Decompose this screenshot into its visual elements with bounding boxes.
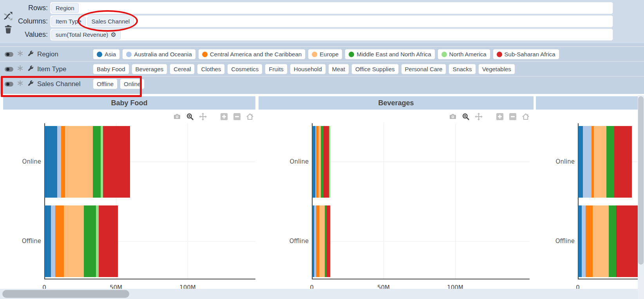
gear-icon[interactable]: ⚙ <box>110 32 116 38</box>
filter-chip[interactable]: Europe <box>308 49 342 59</box>
bar-segment-central-america-and-the-caribbean[interactable] <box>55 205 64 277</box>
zoom-icon[interactable] <box>186 113 194 121</box>
filter-chip-label: Vegetables <box>482 66 511 72</box>
filter-chip-label: Beverages <box>136 66 164 72</box>
filter-chip-label: Household <box>294 66 322 72</box>
filter-chip[interactable]: Online <box>120 79 145 89</box>
bar-segment-australia-and-oceania[interactable] <box>582 205 586 277</box>
columns-dropzone[interactable]: Item TypeSales Channel <box>50 15 613 27</box>
category-label: Online <box>535 158 575 165</box>
filter-chip[interactable]: Central America and the Caribbean <box>198 49 306 59</box>
bar-segment-sub-saharan-africa[interactable] <box>616 205 640 277</box>
filter-chip-label: Online <box>124 81 141 87</box>
bar-segment-sub-saharan-africa[interactable] <box>103 126 130 198</box>
zoom-icon[interactable] <box>462 113 470 121</box>
chart-column-header: Baby Food <box>3 96 255 110</box>
horizontal-scrollbar-thumb[interactable] <box>2 290 129 298</box>
asterisk-icon[interactable] <box>17 50 24 58</box>
filter-name: Item Type <box>37 65 66 73</box>
bar-segment-central-america-and-the-caribbean[interactable] <box>316 205 319 277</box>
bar-segment-middle-east-and-north-africa[interactable] <box>84 205 96 277</box>
filter-chip[interactable]: Clothes <box>197 64 225 74</box>
filter-chip[interactable]: Offline <box>93 79 118 89</box>
toggle-icon[interactable] <box>5 52 13 57</box>
filter-chip[interactable]: Meat <box>328 64 349 74</box>
gridline <box>188 123 188 279</box>
vertical-scrollbar-thumb[interactable] <box>638 96 644 265</box>
bar-segment-middle-east-and-north-africa[interactable] <box>609 205 616 277</box>
pivot-field-chip[interactable]: Region <box>51 3 79 13</box>
bar-segment-middle-east-and-north-africa[interactable] <box>93 126 101 198</box>
pivot-field-chip[interactable]: sum(Total Revenue)⚙ <box>51 30 121 40</box>
bar-segment-central-america-and-the-caribbean[interactable] <box>586 205 593 277</box>
pivot-field-chip[interactable]: Item Type <box>51 16 86 26</box>
rows-dropzone[interactable]: Region <box>50 2 613 14</box>
bar-segment-asia[interactable] <box>312 126 315 198</box>
bar-segment-europe[interactable] <box>64 205 84 277</box>
bar-segment-europe[interactable] <box>319 205 325 277</box>
bar-segment-asia[interactable] <box>45 126 57 198</box>
bar-segment-central-america-and-the-caribbean[interactable] <box>61 126 65 198</box>
filter-chip[interactable]: Household <box>290 64 326 74</box>
bar-segment-australia-and-oceania[interactable] <box>583 126 592 198</box>
toggle-icon[interactable] <box>5 67 13 72</box>
filter-chip[interactable]: Baby Food <box>93 64 129 74</box>
values-dropzone[interactable]: sum(Total Revenue)⚙ <box>50 29 613 41</box>
camera-icon[interactable] <box>173 113 181 121</box>
bar-segment-sub-saharan-africa[interactable] <box>99 205 118 277</box>
filter-chip[interactable]: Office Supplies <box>351 64 399 74</box>
home-icon[interactable] <box>522 113 530 121</box>
legend-dot <box>312 52 317 57</box>
bar-segment-north-america[interactable] <box>329 126 330 198</box>
bar-segment-australia-and-oceania[interactable] <box>57 126 62 198</box>
filter-chip[interactable]: Personal Care <box>401 64 447 74</box>
zoom-out-icon[interactable] <box>509 113 517 121</box>
zoom-in-icon[interactable] <box>220 113 228 121</box>
bar-segment-sub-saharan-africa[interactable] <box>614 126 632 198</box>
stacked-bar-online <box>578 126 632 198</box>
camera-icon[interactable] <box>449 113 457 121</box>
filter-chip[interactable]: Sub-Saharan Africa <box>493 49 559 59</box>
filter-chip-label: Personal Care <box>405 66 443 72</box>
wrench-icon[interactable] <box>27 50 34 59</box>
pan-icon[interactable] <box>475 113 483 121</box>
filter-chip[interactable]: Australia and Oceania <box>122 49 196 59</box>
toggle-icon[interactable] <box>5 82 13 86</box>
filter-chip[interactable]: Cereal <box>170 64 195 74</box>
bar-segment-sub-saharan-africa[interactable] <box>327 205 330 277</box>
filter-chip[interactable]: Vegetables <box>478 64 515 74</box>
filter-chip[interactable]: Middle East and North Africa <box>345 49 435 59</box>
zoom-in-icon[interactable] <box>496 113 504 121</box>
wrench-icon[interactable] <box>27 80 34 88</box>
values-label: Values: <box>0 29 48 41</box>
pan-icon[interactable] <box>199 113 207 121</box>
filter-chip[interactable]: Beverages <box>132 64 168 74</box>
zoom-out-icon[interactable] <box>233 113 241 121</box>
bar-segment-asia[interactable] <box>578 126 583 198</box>
bar-segment-europe[interactable] <box>65 126 93 198</box>
filter-chip[interactable]: North America <box>438 49 490 59</box>
pivot-chart-app: Rows: Region Columns: Item TypeSales Cha… <box>0 0 644 299</box>
filter-chip[interactable]: Asia <box>93 49 120 59</box>
bar-segment-europe[interactable] <box>593 205 609 277</box>
pivot-field-chip[interactable]: Sales Channel <box>87 16 134 26</box>
filter-row-region: RegionAsiaAustralia and OceaniaCentral A… <box>0 46 644 61</box>
bar-segment-north-america[interactable] <box>96 205 99 277</box>
wrench-icon[interactable] <box>27 65 34 74</box>
bar-segment-asia[interactable] <box>45 205 51 277</box>
filter-chip[interactable]: Cosmetics <box>227 64 262 74</box>
filter-chip-label: Cosmetics <box>231 66 259 72</box>
category-label: Offline <box>1 238 41 245</box>
filter-chip[interactable]: Snacks <box>449 64 476 74</box>
home-icon[interactable] <box>246 113 254 121</box>
bar-segment-sub-saharan-africa[interactable] <box>324 126 329 198</box>
asterisk-icon[interactable] <box>17 65 24 73</box>
bar-segment-australia-and-oceania[interactable] <box>51 205 55 277</box>
filter-chip[interactable]: Fruits <box>265 64 288 74</box>
bar-segment-asia[interactable] <box>578 205 582 277</box>
asterisk-icon[interactable] <box>17 80 24 88</box>
filter-row-sales-channel: Sales ChannelOfflineOnline <box>0 76 644 91</box>
bar-segment-europe[interactable] <box>594 126 606 198</box>
filter-chip-list: Baby FoodBeveragesCerealClothesCosmetics… <box>93 64 515 74</box>
bar-segment-middle-east-and-north-africa[interactable] <box>606 126 614 198</box>
